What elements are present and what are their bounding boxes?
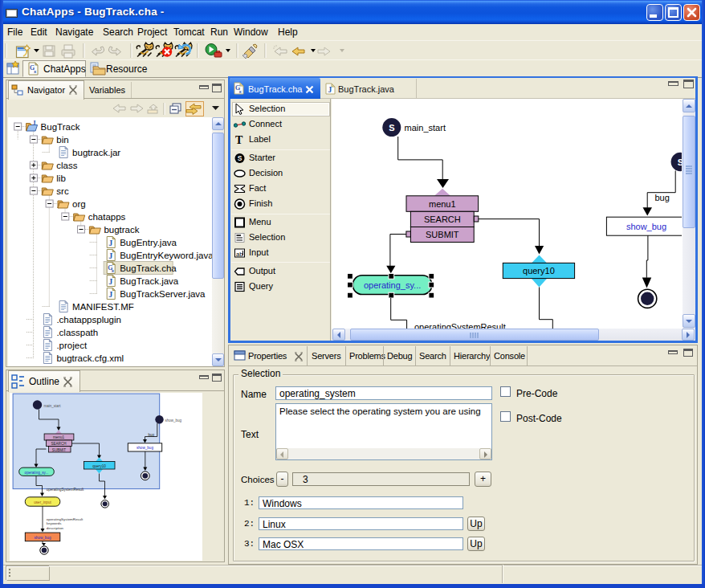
svg-text:BugTrack: BugTrack <box>41 122 80 132</box>
svg-text:bug: bug <box>654 193 669 202</box>
svg-text:show_bug: show_bug <box>165 419 182 423</box>
svg-text:class: class <box>56 161 77 170</box>
svg-text:SUBMIT: SUBMIT <box>52 448 67 452</box>
svg-text:BugEntryKeyword.java: BugEntryKeyword.java <box>120 251 212 260</box>
svg-text:menu1: menu1 <box>53 435 64 439</box>
svg-text:S: S <box>678 157 682 167</box>
svg-text:SEARCH: SEARCH <box>51 442 66 446</box>
svg-text:ab: ab <box>236 250 242 257</box>
svg-text:BugTrack.java: BugTrack.java <box>120 276 179 286</box>
svg-text:main_start: main_start <box>405 123 446 133</box>
svg-text:query10: query10 <box>92 464 106 468</box>
svg-text:lib: lib <box>56 174 66 183</box>
svg-text:bugtrack: bugtrack <box>104 225 139 235</box>
svg-text:.classpath: .classpath <box>56 328 98 337</box>
svg-text:BugTrackServer.java: BugTrackServer.java <box>120 289 206 299</box>
svg-text:user_input: user_input <box>34 500 51 504</box>
svg-text:bug: bug <box>149 433 155 437</box>
svg-text:operatingSystemResult: operatingSystemResult <box>47 488 84 492</box>
svg-text:description: description <box>47 526 64 530</box>
svg-text:query10: query10 <box>523 266 555 276</box>
svg-text:S: S <box>389 123 394 133</box>
svg-text:J: J <box>328 86 332 94</box>
svg-text:.project: .project <box>56 341 88 350</box>
svg-text:chatapps: chatapps <box>88 212 126 222</box>
svg-text:SUBMIT: SUBMIT <box>426 230 459 239</box>
svg-text:show_bug: show_bug <box>137 446 153 450</box>
svg-text:src: src <box>56 186 69 196</box>
svg-text:main_start: main_start <box>44 404 62 408</box>
svg-text:show_bug: show_bug <box>626 222 666 231</box>
svg-text:operatingSystemResult: operatingSystemResult <box>47 517 84 521</box>
svg-text:bin: bin <box>56 135 68 145</box>
svg-text:operating_sy...: operating_sy... <box>25 471 49 475</box>
svg-text:bugtrack.cfg.xml: bugtrack.cfg.xml <box>56 353 124 363</box>
svg-text:BugTrack.cha: BugTrack.cha <box>120 263 177 273</box>
svg-text:keywords: keywords <box>47 521 62 525</box>
svg-text:T: T <box>235 134 243 146</box>
svg-text:S: S <box>238 154 242 162</box>
svg-text:.chatappsplugin: .chatappsplugin <box>56 315 121 325</box>
svg-text:org: org <box>72 199 86 209</box>
svg-text:menu1: menu1 <box>429 199 456 209</box>
svg-text:BugEntry.java: BugEntry.java <box>120 238 177 247</box>
svg-text:operating_sy...: operating_sy... <box>364 280 421 290</box>
svg-text:MANIFEST.MF: MANIFEST.MF <box>72 302 134 312</box>
svg-text:SEARCH: SEARCH <box>424 214 461 224</box>
svg-text:operatingSystemResult: operatingSystemResult <box>414 322 506 329</box>
svg-text:bugtrack.jar: bugtrack.jar <box>72 148 120 157</box>
svg-text:show_bug: show_bug <box>35 536 51 540</box>
